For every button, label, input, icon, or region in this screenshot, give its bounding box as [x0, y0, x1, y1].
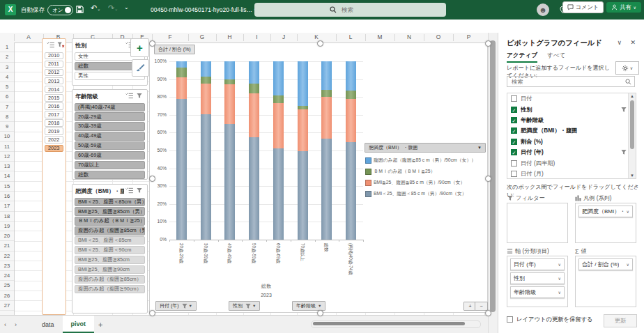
column-header-A[interactable]: A	[26, 33, 31, 40]
slicer-bmi[interactable]: 肥満度（BMI）・腹囲BMI＜25、腹囲＜85cm（男）…BMI≧25、腹囲≧8…	[72, 184, 148, 313]
tools-button[interactable]: ∨	[615, 61, 639, 75]
column-header-H[interactable]: H	[228, 33, 232, 40]
selection-handle[interactable]	[485, 176, 491, 182]
prev-sheet-icon[interactable]: ‹	[0, 321, 10, 328]
slicer-age-item[interactable]: 30歳-39歳	[75, 122, 145, 130]
bar-segment[interactable]	[201, 77, 211, 84]
filter-icon[interactable]	[136, 93, 145, 100]
slicer-age[interactable]: 年齢階級(再掲)40歳-74歳20歳-29歳30歳-39歳40歳-49歳50歳-…	[72, 89, 148, 180]
slicer-date-item[interactable]: 2023	[45, 145, 63, 153]
row-headers[interactable]: 1234567891011121314151617181920212223242…	[0, 42, 15, 315]
selection-handle[interactable]	[317, 40, 323, 47]
slicer-date-item[interactable]: 2010	[45, 52, 63, 60]
chevron-down-icon[interactable]: ∨	[617, 39, 622, 46]
area-field-chip[interactable]: 日付 (年)∨	[510, 258, 565, 270]
bar-segment[interactable]	[321, 61, 332, 90]
close-pane-icon[interactable]: ✕	[630, 39, 636, 46]
slicer-bmi-item[interactable]: BMI≧25、腹囲≧85cm（男）…	[75, 207, 145, 215]
row-header-21[interactable]: 21	[0, 241, 14, 251]
row-header-20[interactable]: 20	[0, 231, 14, 241]
row-header-13[interactable]: 13	[0, 162, 14, 171]
pane-tab-アクティブ[interactable]: アクティブ	[507, 52, 537, 63]
chart-elements-button[interactable]: +	[130, 38, 149, 57]
field-row[interactable]: 日付 (月)	[507, 169, 636, 179]
slicer-age-item[interactable]: 総数	[75, 171, 145, 179]
scroll-up-icon[interactable]: ▲	[630, 94, 634, 98]
update-button[interactable]: 更新	[604, 314, 637, 327]
column-header-N[interactable]: N	[407, 33, 411, 40]
bar-segment[interactable]	[298, 109, 308, 151]
area-box-filter[interactable]	[507, 203, 568, 243]
area-field-chip[interactable]: 性別∨	[510, 272, 565, 284]
slicer-date-item[interactable]: 2011	[45, 61, 63, 68]
defer-layout-row[interactable]: レイアウトの更新を保留する	[507, 316, 593, 323]
pivot-chart[interactable]: 合計 / 割合 (%) 0%10%20%30%40%50%60%70%80%90…	[149, 42, 488, 313]
column-header-J[interactable]: J	[282, 33, 285, 40]
bar-segment[interactable]	[273, 148, 284, 240]
next-sheet-icon[interactable]: ›	[10, 321, 21, 328]
row-header-3[interactable]: 3	[0, 63, 14, 72]
undo-icon[interactable]: ↶⌄	[91, 0, 100, 19]
chart-styles-button[interactable]	[132, 59, 149, 77]
field-checkbox[interactable]: ✓	[511, 139, 517, 145]
bar-segment[interactable]	[273, 95, 284, 104]
multiselect-icon[interactable]	[125, 187, 135, 195]
field-row[interactable]: ✓日付 (年)	[507, 147, 636, 157]
bar-segment[interactable]	[321, 139, 332, 240]
slicer-bmi-item[interactable]: BMI＜25、腹囲＜90cm	[75, 246, 145, 254]
slicer-date-item[interactable]: 2014	[45, 86, 63, 93]
slicer-bmi-item[interactable]: BMI≧25、腹囲≧85cm	[75, 256, 145, 264]
bar-segment[interactable]	[298, 151, 308, 240]
collapse-button[interactable]: −	[475, 302, 488, 311]
chart-legend-field-button[interactable]: 肥満度（BMI） ・腹囲 ▼	[365, 143, 486, 153]
slicer-bmi-item[interactable]: BMI≧25、腹囲≧90cm	[75, 265, 145, 274]
slicer-age-item[interactable]: 20歳-29歳	[75, 112, 145, 121]
slicer-age-item[interactable]: 60歳-69歳	[75, 151, 145, 160]
slicer-date-item[interactable]: 2015	[45, 94, 63, 102]
area-field-chip[interactable]: 肥満度（BMI）・腹囲∨	[578, 206, 633, 217]
bar-segment[interactable]	[176, 77, 187, 99]
row-header-22[interactable]: 22	[0, 251, 14, 261]
filter-icon[interactable]	[136, 187, 145, 195]
autosave-toggle[interactable]: オン	[47, 5, 73, 15]
bar-segment[interactable]	[249, 61, 259, 84]
bar-segment[interactable]	[346, 99, 356, 143]
slicer-age-item[interactable]: (再掲)40歳-74歳	[75, 103, 145, 111]
slicer-date-item[interactable]: 2013	[45, 77, 63, 85]
selection-handle[interactable]	[149, 176, 155, 182]
row-header-8[interactable]: 8	[0, 112, 14, 122]
share-button[interactable]: 共有 ∨	[606, 2, 641, 13]
hscrollbar-thumb[interactable]	[313, 322, 465, 325]
chart-axis-field-button[interactable]: 性別▼	[229, 301, 260, 311]
row-header-10[interactable]: 10	[0, 132, 14, 141]
field-checkbox[interactable]	[511, 171, 517, 177]
slicer-bmi-item[interactable]: 腹囲のみ超（腹囲≧85cm）	[75, 275, 145, 284]
slicer-bmi-item[interactable]: BMI＜25、腹囲＜85cm	[75, 236, 145, 245]
row-header-23[interactable]: 23	[0, 261, 14, 271]
search-bar[interactable]	[254, 3, 446, 17]
slicer-age-item[interactable]: 50歳-59歳	[75, 141, 145, 150]
column-header-L[interactable]: L	[349, 33, 353, 40]
slicer-bmi-item[interactable]: 腹囲のみ超（腹囲≧90cm）	[75, 285, 145, 293]
row-header-1[interactable]: 1	[0, 42, 14, 52]
pane-tab-すべて[interactable]: すべて	[547, 52, 565, 63]
row-header-19[interactable]: 19	[0, 222, 14, 231]
row-header-7[interactable]: 7	[0, 102, 14, 112]
field-checkbox[interactable]	[511, 160, 517, 166]
bar-segment[interactable]	[298, 61, 308, 106]
clear-filter-icon[interactable]	[57, 42, 66, 49]
field-checkbox[interactable]	[511, 95, 517, 102]
row-header-17[interactable]: 17	[0, 201, 14, 211]
selection-handle[interactable]	[149, 40, 155, 47]
row-header-6[interactable]: 6	[0, 92, 14, 102]
field-row[interactable]: 日付 (四半期)	[507, 157, 636, 168]
row-header-16[interactable]: 16	[0, 192, 14, 201]
add-sheet-button[interactable]: +	[94, 320, 107, 329]
slicer-bmi-item[interactable]: 腹囲のみ超（腹囲≧85cm（男…	[75, 226, 145, 235]
sheet-tab-pivot[interactable]: pivot	[63, 316, 95, 333]
bar-segment[interactable]	[201, 61, 211, 77]
bar-segment[interactable]	[249, 93, 259, 137]
selection-handle[interactable]	[485, 40, 491, 47]
bar-segment[interactable]	[249, 137, 259, 240]
row-header-2[interactable]: 2	[0, 52, 14, 62]
